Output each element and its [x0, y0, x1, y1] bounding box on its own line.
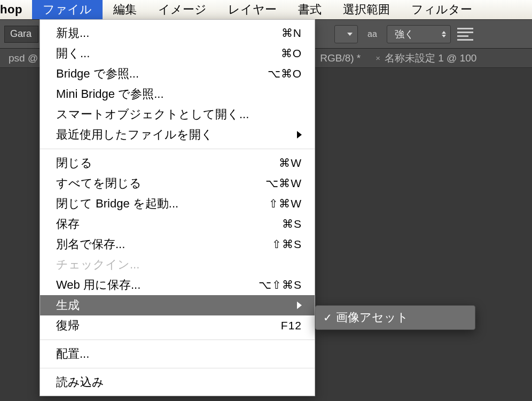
- menu-item-label: 最近使用したファイルを開く: [56, 127, 292, 143]
- menu-item[interactable]: Mini Bridge で参照...: [40, 84, 315, 104]
- close-icon[interactable]: ×: [375, 53, 380, 63]
- antialias-label: aa: [364, 29, 380, 39]
- document-tab-1[interactable]: psd @: [1, 49, 45, 68]
- document-tab-2[interactable]: × 名称未設定 1 @ 100: [368, 49, 484, 68]
- menu-item-label: 別名で保存...: [56, 236, 243, 252]
- menu-item-shortcut: ⌘N: [243, 27, 302, 40]
- menu-edit[interactable]: 編集: [103, 0, 147, 19]
- antialias-value: 強く: [395, 28, 414, 41]
- menu-item[interactable]: 保存⌘S: [40, 214, 315, 234]
- menu-item[interactable]: スマートオブジェクトとして開く...: [40, 104, 315, 125]
- menu-item-shortcut: ⌥⌘W: [243, 177, 302, 190]
- menu-item[interactable]: 新規...⌘N: [40, 23, 315, 43]
- menu-item[interactable]: すべてを閉じる⌥⌘W: [40, 173, 315, 194]
- menu-item-label: すべてを閉じる: [56, 175, 243, 191]
- menu-item[interactable]: 復帰F12: [40, 315, 315, 336]
- font-size-dropdown[interactable]: [334, 25, 358, 43]
- menu-separator: [40, 340, 315, 340]
- menu-item-label: Web 用に保存...: [56, 277, 243, 293]
- menu-image[interactable]: イメージ: [147, 0, 217, 19]
- menu-item-shortcut: ⌥⌘O: [243, 67, 302, 80]
- align-left-icon[interactable]: [457, 28, 473, 41]
- submenu-item-label: 画像アセット: [336, 310, 409, 326]
- menu-item-label: チェックイン...: [56, 257, 243, 273]
- menu-item-label: 読み込み: [56, 374, 243, 390]
- menu-item-shortcut: ⌥⇧⌘S: [243, 279, 302, 291]
- menu-item-label: 開く...: [56, 45, 243, 61]
- menu-item[interactable]: 別名で保存...⇧⌘S: [40, 234, 315, 255]
- menu-item[interactable]: 閉じる⌘W: [40, 153, 315, 173]
- file-menu: 新規...⌘N開く...⌘OBridge で参照...⌥⌘OMini Bridg…: [40, 19, 315, 396]
- menu-file[interactable]: ファイル: [32, 0, 103, 19]
- menu-item-label: Mini Bridge で参照...: [56, 86, 243, 102]
- menu-item-shortcut: ⌘S: [243, 218, 302, 230]
- menu-item-label: 復帰: [56, 318, 243, 334]
- menu-item-label: 生成: [56, 297, 292, 313]
- menu-select[interactable]: 選択範囲: [332, 0, 401, 19]
- check-icon: ✓: [323, 311, 336, 324]
- font-family-field[interactable]: Gara: [4, 26, 38, 43]
- antialias-dropdown[interactable]: 強く: [387, 25, 451, 43]
- submenu-arrow-icon: [297, 131, 302, 138]
- menu-item-shortcut: ⇧⌘W: [243, 197, 302, 210]
- menu-item[interactable]: 生成: [40, 295, 315, 315]
- tab-2-label: 名称未設定 1 @ 100: [385, 51, 476, 65]
- tab-1-prefix: psd @: [9, 52, 38, 64]
- menu-separator: [40, 368, 315, 368]
- submenu-item[interactable]: ✓画像アセット: [316, 308, 475, 327]
- menu-item-label: 配置...: [56, 346, 243, 362]
- menu-item[interactable]: 最近使用したファイルを開く: [40, 125, 315, 145]
- generate-submenu: ✓画像アセット: [315, 305, 475, 330]
- app-name-fragment: hop: [0, 3, 32, 17]
- menu-item-label: Bridge で参照...: [56, 66, 243, 82]
- submenu-arrow-icon: [297, 302, 302, 309]
- menu-item[interactable]: Bridge で参照...⌥⌘O: [40, 64, 315, 84]
- menu-item: チェックイン...: [40, 255, 315, 275]
- menu-item-label: 閉じる: [56, 155, 243, 171]
- document-tab-1-suffix: RGB/8) *: [312, 49, 368, 68]
- menu-item-shortcut: ⌘O: [243, 47, 302, 60]
- menu-item[interactable]: 読み込み: [40, 372, 315, 392]
- menu-layer[interactable]: レイヤー: [217, 0, 287, 19]
- menu-item[interactable]: Web 用に保存...⌥⇧⌘S: [40, 275, 315, 295]
- menu-filter[interactable]: フィルター: [401, 0, 483, 19]
- menu-item-shortcut: ⇧⌘S: [243, 238, 302, 251]
- menu-item[interactable]: 開く...⌘O: [40, 43, 315, 64]
- menu-type[interactable]: 書式: [287, 0, 332, 19]
- menu-item[interactable]: 閉じて Bridge を起動...⇧⌘W: [40, 194, 315, 214]
- menubar: hop ファイル 編集 イメージ レイヤー 書式 選択範囲 フィルター: [0, 0, 532, 19]
- menu-item-shortcut: ⌘W: [243, 157, 302, 169]
- menu-item-label: 閉じて Bridge を起動...: [56, 196, 243, 212]
- menu-item-label: スマートオブジェクトとして開く...: [56, 106, 249, 122]
- menu-separator: [40, 149, 315, 149]
- menu-item[interactable]: 配置...: [40, 344, 315, 364]
- menu-item-label: 保存: [56, 216, 243, 232]
- menu-item-label: 新規...: [56, 25, 243, 41]
- menu-item-shortcut: F12: [243, 319, 302, 332]
